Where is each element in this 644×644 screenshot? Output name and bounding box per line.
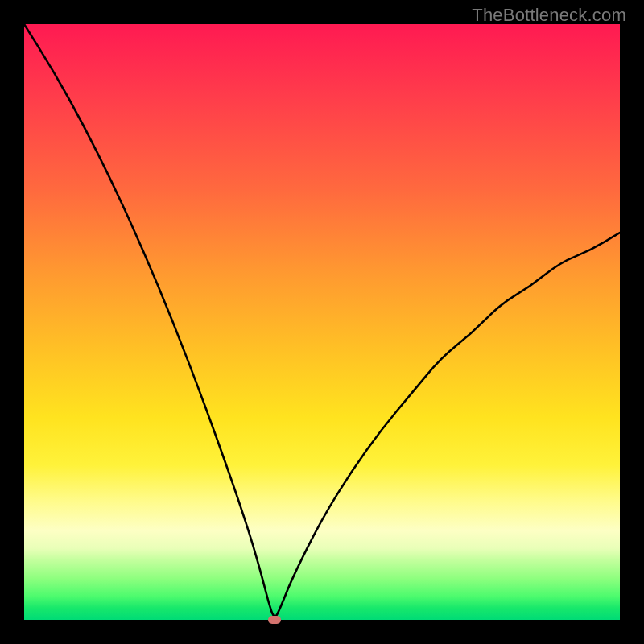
bottleneck-curve [24,24,620,620]
chart-frame: TheBottleneck.com [0,0,644,644]
minimum-marker [268,616,281,624]
plot-area [24,24,620,620]
watermark-text: TheBottleneck.com [472,5,626,26]
